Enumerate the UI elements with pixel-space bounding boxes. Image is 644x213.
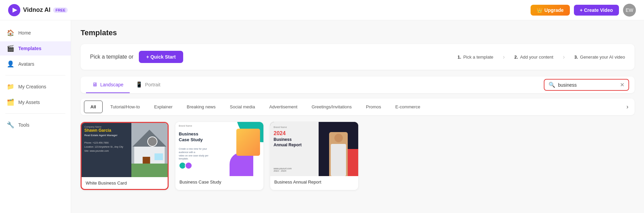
sidebar-item-avatars[interactable]: 👤 Avatars [0, 57, 71, 71]
filter-all[interactable]: All [84, 101, 103, 113]
svg-rect-6 [155, 153, 163, 160]
search-clear-button[interactable]: ✕ [620, 82, 624, 88]
pick-bar-left: Pick a template or + Quick Start [90, 51, 183, 63]
step-divider-2: › [563, 54, 565, 61]
sidebar-item-label: My Assets [18, 100, 40, 105]
step2-label: Add your content [520, 55, 553, 60]
header-right: 👑 Upgrade + Create Video EW [531, 4, 636, 17]
filter-row: All Tutorial/How-to Explainer Breaking n… [81, 99, 635, 115]
step-divider-1: › [503, 54, 505, 61]
home-icon: 🏠 [7, 29, 14, 37]
filter-tutorial[interactable]: Tutorial/How-to [104, 101, 147, 113]
sidebar-divider-2 [5, 113, 65, 114]
sidebar-item-home[interactable]: 🏠 Home [0, 26, 71, 40]
template-label-1: White Business Card [82, 177, 168, 189]
template-card-business-annual-report[interactable]: Brand Name 2024 BusinessAnnual Report ww… [270, 122, 358, 190]
templates-icon: 🎬 [7, 45, 14, 52]
template-card-business-case-study[interactable]: Brand Name BusinessCase Study Create a n… [175, 122, 263, 190]
create-video-button[interactable]: + Create Video [574, 5, 619, 16]
search-icon: 🔍 [549, 82, 555, 88]
svg-rect-7 [131, 164, 168, 177]
tab-portrait[interactable]: 📱 Portrait [130, 77, 167, 93]
page-title: Templates [81, 28, 635, 37]
pick-text: Pick a template or [90, 54, 133, 60]
avatars-icon: 👤 [7, 60, 14, 68]
template-thumb-3: Brand Name 2024 BusinessAnnual Report ww… [270, 122, 358, 176]
step1-num: 1. [457, 55, 461, 60]
filter-greetings[interactable]: Greetings/Invitations [305, 101, 358, 113]
crown-icon: 👑 [537, 7, 542, 13]
sidebar-divider [5, 75, 65, 76]
filter-ecommerce[interactable]: E-commerce [389, 101, 427, 113]
search-input[interactable] [558, 82, 617, 88]
orientation-tabs: 🖥 Landscape 📱 Portrait [86, 77, 167, 93]
landscape-icon: 🖥 [92, 82, 98, 88]
step1-label: Pick a template [463, 55, 493, 60]
filter-promos[interactable]: Promos [360, 101, 388, 113]
sidebar-item-my-assets[interactable]: 🗂️ My Assets [0, 95, 71, 109]
template-card-white-business-card[interactable]: Shawn Garcia Real Estate Agent Manager P… [81, 122, 169, 190]
sidebar-item-label: Templates [18, 46, 41, 51]
filter-advertisement[interactable]: Advertisement [263, 101, 304, 113]
avatar[interactable]: EW [623, 4, 636, 17]
sidebar-item-templates[interactable]: 🎬 Templates [0, 41, 71, 56]
portrait-icon: 📱 [136, 81, 143, 88]
step2-num: 2. [514, 55, 518, 60]
step3-num: 3. [574, 55, 578, 60]
avatar-placeholder: EW [623, 4, 636, 17]
sidebar-item-label: My Creations [18, 84, 46, 89]
logo-icon [8, 4, 20, 16]
pick-bar-steps: 1. Pick a template › 2. Add your content… [457, 54, 625, 61]
tabs-row: 🖥 Landscape 📱 Portrait 🔍 ✕ [81, 77, 635, 93]
template-label-2: Business Case Study [175, 176, 263, 188]
layout: 🏠 Home 🎬 Templates 👤 Avatars 📁 My Creati… [0, 20, 644, 213]
sidebar-item-tools[interactable]: 🔧 Tools [0, 118, 71, 132]
filter-breaking[interactable]: Breaking news [180, 101, 222, 113]
free-badge: FREE [53, 7, 68, 13]
step-2: 2. Add your content [514, 55, 553, 60]
logo[interactable]: Vidnoz AI FREE [8, 4, 68, 16]
sidebar-item-label: Tools [18, 122, 29, 128]
template-thumb-2: Brand Name BusinessCase Study Create a n… [175, 122, 263, 176]
step-1: 1. Pick a template [457, 55, 493, 60]
tab-landscape[interactable]: 🖥 Landscape [86, 77, 130, 93]
main-content: Templates Pick a template or + Quick Sta… [71, 20, 644, 213]
sidebar-item-my-creations[interactable]: 📁 My Creations [0, 80, 71, 94]
upgrade-button[interactable]: 👑 Upgrade [531, 5, 570, 16]
sidebar-item-label: Home [18, 30, 31, 36]
my-assets-icon: 🗂️ [7, 99, 14, 106]
sidebar: 🏠 Home 🎬 Templates 👤 Avatars 📁 My Creati… [0, 20, 71, 213]
tab-portrait-label: Portrait [145, 82, 160, 87]
filter-next-button[interactable]: › [623, 101, 632, 112]
pick-bar: Pick a template or + Quick Start 1. Pick… [81, 44, 635, 70]
sidebar-item-label: Avatars [18, 61, 34, 67]
my-creations-icon: 📁 [7, 83, 14, 90]
header: Vidnoz AI FREE 👑 Upgrade + Create Video … [0, 0, 644, 20]
step3-label: Generate your AI video [580, 55, 625, 60]
step-3: 3. Generate your AI video [574, 55, 625, 60]
template-grid: Shawn Garcia Real Estate Agent Manager P… [81, 122, 635, 190]
header-left: Vidnoz AI FREE [8, 4, 68, 16]
template-thumb-1: Shawn Garcia Real Estate Agent Manager P… [82, 123, 168, 177]
filter-social[interactable]: Social media [223, 101, 261, 113]
tab-landscape-label: Landscape [100, 82, 124, 87]
filter-explainer[interactable]: Explainer [148, 101, 179, 113]
template-label-3: Business Annual Report [270, 176, 358, 188]
quick-start-button[interactable]: + Quick Start [139, 51, 183, 63]
tools-icon: 🔧 [7, 121, 14, 129]
search-box[interactable]: 🔍 ✕ [544, 79, 629, 91]
